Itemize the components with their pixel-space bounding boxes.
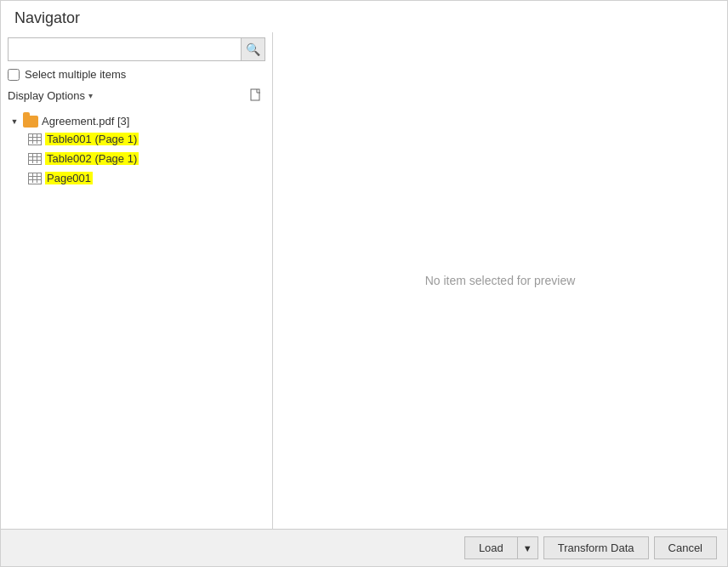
content-area: 🔍 Select multiple items Display Options … <box>1 32 727 529</box>
table-icon <box>28 133 42 145</box>
load-button[interactable]: Load <box>464 536 517 559</box>
tree-child-item: Table001 (Page 1) <box>26 129 265 149</box>
tree-root: ▼ Agreement.pdf [3] <box>8 111 265 190</box>
select-multiple-label: Select multiple items <box>25 68 126 81</box>
tree-container: ▼ Agreement.pdf [3] <box>8 111 265 524</box>
right-panel: No item selected for preview <box>273 32 727 529</box>
tree-root-item: ▼ Agreement.pdf [3] <box>8 111 265 190</box>
transform-data-button[interactable]: Transform Data <box>543 536 649 559</box>
navigator-window: Navigator 🔍 Select multiple items Displa… <box>0 0 728 567</box>
table-icon <box>28 173 42 184</box>
document-icon <box>249 88 263 102</box>
load-dropdown-button[interactable]: ▼ <box>517 536 538 559</box>
display-options-label: Display Options <box>8 89 85 102</box>
page-title: Navigator <box>14 9 714 27</box>
tree-children: Table001 (Page 1) <box>8 129 265 188</box>
expand-icon: ▼ <box>9 116 20 127</box>
display-options-chevron: ▾ <box>88 91 93 100</box>
cancel-button[interactable]: Cancel <box>654 536 717 559</box>
select-multiple-checkbox[interactable] <box>8 69 20 81</box>
load-button-group: Load ▼ <box>464 536 538 559</box>
tree-child-item: Table002 (Page 1) <box>26 149 265 168</box>
svg-rect-0 <box>251 89 259 100</box>
tree-child-label-1: Table001 (Page 1) <box>45 133 139 145</box>
tree-child-item: Page001 <box>26 168 265 188</box>
search-container: 🔍 <box>8 37 265 61</box>
folder-icon <box>23 116 38 128</box>
view-icon-button[interactable] <box>247 86 265 105</box>
tree-root-label: Agreement.pdf [3] <box>42 115 129 128</box>
tree-child-row-1[interactable]: Table001 (Page 1) <box>26 131 265 147</box>
no-preview-text: No item selected for preview <box>425 274 576 287</box>
left-panel: 🔍 Select multiple items Display Options … <box>1 32 273 529</box>
display-options-row: Display Options ▾ <box>8 86 265 105</box>
search-input[interactable] <box>9 40 241 60</box>
display-options-button[interactable]: Display Options ▾ <box>8 89 93 102</box>
tree-child-row-3[interactable]: Page001 <box>26 170 265 186</box>
bottom-bar: Load ▼ Transform Data Cancel <box>1 529 727 566</box>
search-button[interactable]: 🔍 <box>241 38 264 60</box>
title-bar: Navigator <box>1 1 727 32</box>
tree-child-label-2: Table002 (Page 1) <box>45 152 139 165</box>
table-icon <box>28 153 42 165</box>
tree-child-label-3: Page001 <box>45 172 93 184</box>
tree-child-row-2[interactable]: Table002 (Page 1) <box>26 150 265 167</box>
tree-root-row[interactable]: ▼ Agreement.pdf [3] <box>8 113 265 129</box>
select-multiple-row: Select multiple items <box>8 68 265 81</box>
